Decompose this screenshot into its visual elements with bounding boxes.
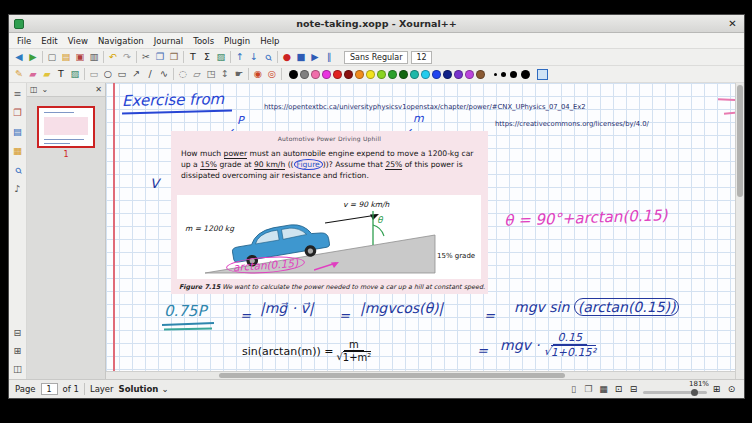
image-icon[interactable]: ▨: [214, 50, 228, 64]
new-document-icon[interactable]: ▢: [45, 50, 59, 64]
draw-ellipse-icon[interactable]: ◎: [265, 67, 279, 81]
color-teal[interactable]: [410, 70, 419, 79]
select-region-icon[interactable]: ◌: [176, 67, 190, 81]
color-dark-red[interactable]: [344, 70, 353, 79]
shape-line-icon[interactable]: ∕: [143, 67, 157, 81]
font-button[interactable]: Sans Regular: [344, 51, 408, 64]
shape-recognizer-icon[interactable]: ◉: [251, 67, 265, 81]
color-purple[interactable]: [454, 70, 463, 79]
color-lime[interactable]: [377, 70, 386, 79]
math-tex-icon[interactable]: Σ: [200, 50, 214, 64]
color-blue[interactable]: [432, 70, 441, 79]
copy-icon[interactable]: ❐: [153, 50, 167, 64]
menu-navigation[interactable]: Navigation: [93, 34, 149, 48]
color-violet[interactable]: [465, 70, 474, 79]
page-thumbnail[interactable]: [37, 106, 95, 148]
color-pink[interactable]: [311, 70, 320, 79]
color-red[interactable]: [333, 70, 342, 79]
audio-stop-icon[interactable]: ■: [294, 50, 308, 64]
nav-back-icon[interactable]: ◀: [12, 50, 26, 64]
vertical-scrollbar[interactable]: [735, 83, 744, 379]
layout-pages-icon[interactable]: ◫: [11, 362, 25, 376]
sidebar-dropdown-icon[interactable]: ⌄: [42, 85, 49, 94]
shape-arrow-icon[interactable]: ↗: [129, 67, 143, 81]
sidebar-tab-contents-icon[interactable]: ≡: [11, 87, 25, 101]
audio-pause-icon[interactable]: ∥: [322, 50, 336, 64]
sidebar-close-icon[interactable]: ✕: [95, 85, 102, 94]
layer-dropdown[interactable]: Solution ⌄: [119, 384, 169, 394]
shape-spline-icon[interactable]: ∿: [157, 67, 171, 81]
search-icon[interactable]: ϙ: [258, 47, 278, 67]
color-orange[interactable]: [355, 70, 364, 79]
image-tool-icon[interactable]: ▨: [68, 67, 82, 81]
text-tool-icon[interactable]: T: [54, 67, 68, 81]
zoom-slider-thumb[interactable]: [691, 389, 698, 396]
zoom-slider[interactable]: 181%: [643, 380, 707, 399]
page-up-icon[interactable]: ↑: [233, 50, 247, 64]
shape-rectangle-icon[interactable]: ▭: [115, 67, 129, 81]
layout-horizontal-icon[interactable]: ⊟: [11, 326, 25, 340]
nav-forward-icon[interactable]: ▶: [26, 50, 40, 64]
zoom-fit-icon[interactable]: ⊡: [612, 383, 625, 396]
drawing-canvas[interactable]: Exercise from https://opentextbc.ca/univ…: [106, 83, 735, 371]
color-green[interactable]: [388, 70, 397, 79]
sidebar-tab-search-icon[interactable]: ϙ: [8, 160, 28, 180]
color-magenta[interactable]: [322, 70, 331, 79]
undo-icon[interactable]: ↶: [106, 50, 120, 64]
save-icon[interactable]: ▣: [73, 50, 87, 64]
close-icon[interactable]: ✕: [726, 17, 739, 30]
audio-record-icon[interactable]: ●: [280, 50, 294, 64]
color-navy[interactable]: [443, 70, 452, 79]
cut-icon[interactable]: ✂: [139, 50, 153, 64]
menu-tools[interactable]: Tools: [188, 34, 219, 48]
zoom-original-icon[interactable]: ⊙: [725, 383, 738, 396]
audio-play-icon[interactable]: ▶: [308, 50, 322, 64]
horizontal-scrollbar-thumb[interactable]: [219, 373, 565, 378]
eraser-tool-icon[interactable]: ▰: [26, 67, 40, 81]
menu-journal[interactable]: Journal: [149, 34, 188, 48]
color-black[interactable]: [289, 70, 298, 79]
thickness-very-thick[interactable]: [521, 70, 530, 79]
highlighter-tool-icon[interactable]: ▰: [40, 67, 54, 81]
color-cyan[interactable]: [421, 70, 430, 79]
menu-plugin[interactable]: Plugin: [219, 34, 255, 48]
color-brown[interactable]: [476, 70, 485, 79]
source-url[interactable]: https://opentextbc.ca/universityphysicsv…: [264, 103, 586, 111]
thickness-medium[interactable]: [501, 72, 506, 77]
redo-icon[interactable]: ↷: [120, 50, 134, 64]
select-object-icon[interactable]: ◳: [204, 67, 218, 81]
menu-edit[interactable]: Edit: [36, 34, 62, 48]
color-gray[interactable]: [300, 70, 309, 79]
print-icon[interactable]: ▥: [87, 50, 101, 64]
title-bar[interactable]: note-taking.xopp - Xournal++ ✕: [9, 15, 744, 33]
thickness-fine[interactable]: [494, 73, 497, 76]
dual-page-view-icon[interactable]: ❐: [582, 383, 595, 396]
open-document-icon[interactable]: ▤: [59, 50, 73, 64]
menu-help[interactable]: Help: [255, 34, 284, 48]
zoom-in-icon[interactable]: ⊞: [710, 383, 723, 396]
color-dark-green[interactable]: [399, 70, 408, 79]
select-rect-icon[interactable]: ▱: [190, 67, 204, 81]
ruler-icon[interactable]: ▭: [87, 67, 101, 81]
menu-view[interactable]: View: [63, 34, 93, 48]
font-size-spinner[interactable]: 12: [411, 51, 431, 64]
preview-panel-icon[interactable]: ◫: [30, 85, 38, 94]
license-url[interactable]: https://creativecommons.org/licenses/by/…: [495, 120, 649, 128]
fill-color-swatch[interactable]: [537, 69, 548, 80]
page-number-input[interactable]: 1: [41, 383, 58, 395]
vertical-scrollbar-thumb[interactable]: [737, 85, 743, 197]
pen-tool-icon[interactable]: ✎: [12, 67, 26, 81]
sidebar-tab-bookmarks-icon[interactable]: ▦: [11, 144, 25, 158]
text-tool-icon[interactable]: T: [186, 50, 200, 64]
zoom-out-icon[interactable]: ⊟: [627, 383, 640, 396]
color-yellow[interactable]: [366, 70, 375, 79]
sidebar-tab-audio-icon[interactable]: ♪: [11, 182, 25, 196]
vertical-space-icon[interactable]: ↕: [218, 67, 232, 81]
single-page-view-icon[interactable]: ▯: [567, 383, 580, 396]
sidebar-tab-layers-icon[interactable]: ▤: [11, 125, 25, 139]
problem-segment-link-circled[interactable]: Figure: [294, 159, 323, 170]
layout-vertical-icon[interactable]: ⊞: [11, 344, 25, 358]
sidebar-tab-preview-icon[interactable]: ❐: [11, 106, 25, 120]
thickness-thick[interactable]: [510, 71, 517, 78]
hand-tool-icon[interactable]: ☛: [232, 67, 246, 81]
